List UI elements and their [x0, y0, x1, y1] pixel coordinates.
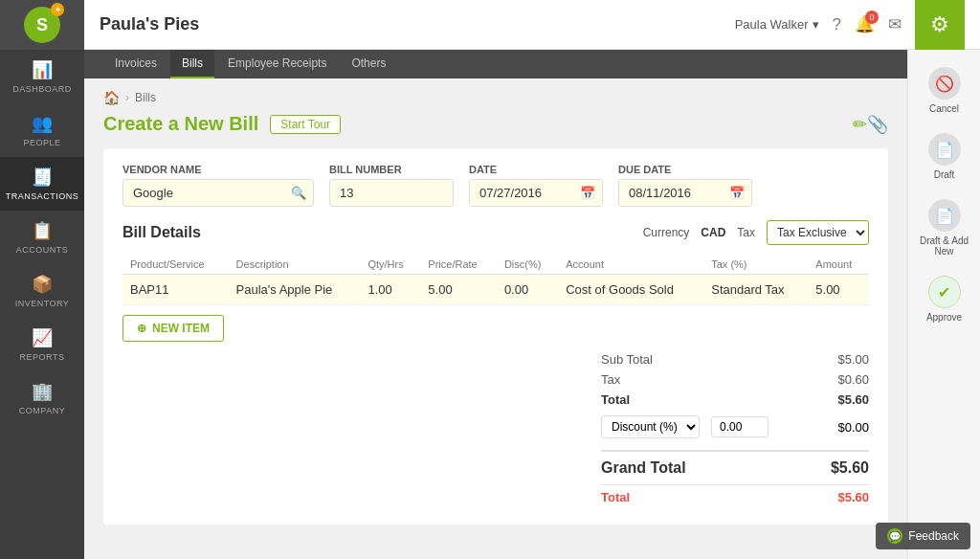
- col-description: Description: [229, 255, 361, 275]
- cell-disc: 0.00: [497, 275, 558, 305]
- bill-number-label: Bill Number: [329, 164, 454, 175]
- tax-select[interactable]: Tax Exclusive Tax Inclusive No Tax: [767, 220, 869, 245]
- discount-type-select[interactable]: Discount (%) Discount ($): [601, 415, 700, 438]
- bill-number-input[interactable]: [329, 179, 454, 207]
- dashboard-icon: 📊: [32, 59, 54, 80]
- search-icon: 🔍: [291, 186, 306, 200]
- tax-label: Tax: [737, 226, 755, 239]
- col-qty: Qty/Hrs: [360, 255, 420, 275]
- settings-icon: ⚙: [930, 12, 949, 37]
- vendor-input[interactable]: [122, 179, 314, 207]
- app-logo[interactable]: S ✦: [0, 0, 84, 50]
- content-wrapper: Invoices Bills Employee Receipts Others …: [84, 50, 980, 559]
- notifications-button[interactable]: 🔔 0: [855, 14, 875, 34]
- draft-add-label: Draft & Add New: [918, 235, 971, 257]
- feedback-label: Feedback: [908, 529, 959, 543]
- date-input-wrapper: 📅: [469, 179, 603, 207]
- notification-badge: 0: [865, 11, 879, 24]
- cancel-label: Cancel: [929, 103, 959, 114]
- cell-tax: Standard Tax: [703, 275, 808, 305]
- approve-label: Approve: [926, 312, 962, 323]
- sidebar-item-dashboard[interactable]: 📊 Dashboard: [0, 50, 84, 103]
- cell-amount: 5.00: [808, 275, 869, 305]
- discount-amount: $0.00: [837, 420, 869, 435]
- col-tax: Tax (%): [703, 255, 808, 275]
- subnav-bills[interactable]: Bills: [170, 50, 214, 78]
- calendar-icon[interactable]: 📅: [580, 186, 595, 200]
- subtotal-label: Sub Total: [601, 352, 653, 367]
- sidebar-item-inventory[interactable]: 📦 Inventory: [0, 264, 84, 318]
- page-header: Create a New Bill Start Tour ✏📎: [103, 113, 888, 135]
- cell-account: Cost of Goods Sold: [558, 275, 703, 305]
- breadcrumb-separator: ›: [125, 91, 129, 104]
- help-button[interactable]: ?: [833, 15, 841, 34]
- subnav-invoices[interactable]: Invoices: [103, 50, 168, 78]
- date-group: Date 📅: [469, 164, 603, 207]
- vendor-label: Vendor Name: [122, 164, 314, 175]
- final-total-row: Total $5.60: [601, 484, 869, 509]
- logo-star: ✦: [51, 3, 64, 16]
- total-value: $5.60: [837, 392, 869, 407]
- due-date-calendar-icon[interactable]: 📅: [729, 186, 745, 200]
- approve-button[interactable]: ✔ Approve: [912, 268, 977, 330]
- col-account: Account: [558, 255, 703, 275]
- subnav-others[interactable]: Others: [340, 50, 397, 78]
- sidebar-item-company[interactable]: 🏢 Company: [0, 371, 84, 425]
- logo-letter: S: [36, 15, 48, 35]
- settings-button[interactable]: ⚙: [915, 0, 965, 50]
- cancel-icon: 🚫: [928, 67, 961, 100]
- currency-tax-row: Currency CAD Tax Tax Exclusive Tax Inclu…: [643, 220, 869, 245]
- feedback-icon: 💬: [887, 528, 902, 544]
- total-row: Total $5.60: [601, 390, 869, 410]
- totals-section: Sub Total $5.00 Tax $0.60 Total $5.60: [122, 349, 869, 509]
- breadcrumb-current: Bills: [135, 91, 156, 104]
- subnav-employee-receipts[interactable]: Employee Receipts: [216, 50, 338, 78]
- main-area: Paula's Pies Paula Walker ▾ ? 🔔 0 ✉ ⚙: [84, 0, 980, 559]
- sidebar-label-dashboard: Dashboard: [12, 84, 72, 94]
- page-title: Create a New Bill: [103, 113, 258, 135]
- home-icon[interactable]: 🏠: [103, 90, 120, 105]
- bill-number-group: Bill Number: [329, 164, 454, 207]
- cell-description: Paula's Apple Pie: [229, 275, 361, 305]
- add-item-label: NEW ITEM: [152, 322, 210, 335]
- sidebar-item-reports[interactable]: 📈 Reports: [0, 318, 84, 371]
- sidebar-label-accounts: Accounts: [16, 245, 69, 255]
- grand-total-row: Grand Total $5.60: [601, 450, 869, 484]
- form-section: Vendor Name 🔍 Bill Number Date: [103, 148, 888, 525]
- final-total-value: $5.60: [837, 490, 869, 504]
- sidebar-item-people[interactable]: 👥 People: [0, 103, 84, 157]
- sidebar-item-accounts[interactable]: 📋 Accounts: [0, 211, 84, 264]
- vendor-group: Vendor Name 🔍: [122, 164, 314, 207]
- table-row: BAP11 Paula's Apple Pie 1.00 5.00 0.00 C…: [122, 275, 869, 305]
- cancel-button[interactable]: 🚫 Cancel: [912, 59, 977, 122]
- currency-value: CAD: [701, 226, 725, 239]
- due-date-group: Due Date 📅: [618, 164, 752, 207]
- final-total-label: Total: [601, 490, 630, 504]
- right-panel: 🚫 Cancel 📄 Draft 📄 Draft & Add New ✔ App…: [907, 50, 980, 559]
- discount-row: Discount (%) Discount ($) $0.00: [601, 410, 869, 444]
- discount-value-input[interactable]: [711, 416, 768, 437]
- feedback-button[interactable]: 💬 Feedback: [876, 523, 970, 549]
- plus-icon: ⊕: [137, 322, 146, 335]
- draft-add-icon: 📄: [928, 199, 961, 232]
- draft-add-new-button[interactable]: 📄 Draft & Add New: [912, 191, 977, 264]
- app-header: Paula's Pies Paula Walker ▾ ? 🔔 0 ✉ ⚙: [84, 0, 980, 50]
- subtotal-value: $5.00: [837, 352, 869, 367]
- bill-details-header: Bill Details Currency CAD Tax Tax Exclus…: [122, 220, 869, 245]
- start-tour-button[interactable]: Start Tour: [270, 115, 341, 134]
- col-amount: Amount: [808, 255, 869, 275]
- people-icon: 👥: [32, 113, 54, 134]
- breadcrumb: 🏠 › Bills: [103, 90, 888, 105]
- sub-navigation: Invoices Bills Employee Receipts Others: [84, 50, 907, 78]
- add-item-button[interactable]: ⊕ NEW ITEM: [122, 315, 224, 342]
- user-menu[interactable]: Paula Walker ▾: [735, 17, 819, 32]
- edit-icon[interactable]: ✏📎: [853, 114, 888, 135]
- sidebar-label-people: People: [23, 138, 60, 147]
- draft-button[interactable]: 📄 Draft: [912, 125, 977, 188]
- messages-button[interactable]: ✉: [888, 14, 902, 34]
- company-icon: 🏢: [32, 381, 54, 402]
- help-icon: ?: [833, 15, 841, 34]
- page-content: Invoices Bills Employee Receipts Others …: [84, 50, 907, 559]
- draft-label: Draft: [934, 169, 955, 180]
- sidebar-item-transactions[interactable]: 🧾 Transactions: [0, 157, 84, 211]
